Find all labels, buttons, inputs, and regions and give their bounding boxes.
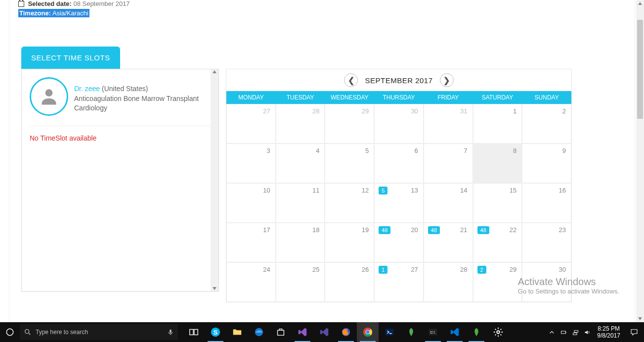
tray-overflow[interactable] [546, 322, 558, 342]
calendar-day[interactable]: 14 [424, 183, 473, 223]
calendar-day[interactable]: 15 [473, 183, 522, 223]
calendar-day[interactable]: 2248 [473, 223, 522, 262]
gear-icon [493, 327, 504, 338]
calendar-day[interactable]: 6 [374, 144, 424, 183]
edge-app[interactable] [248, 322, 270, 342]
calendar-day[interactable]: 9 [522, 144, 571, 183]
day-number: 18 [312, 226, 319, 234]
mic-button[interactable] [163, 324, 178, 340]
cmd-app[interactable]: C:\ [422, 322, 444, 342]
visual-studio-app[interactable] [292, 322, 313, 342]
doctor-location: (United States) [102, 85, 148, 93]
blend-app[interactable] [313, 322, 335, 342]
taskbar-search[interactable]: Type here to search [20, 324, 163, 340]
calendar-day[interactable]: 31 [424, 104, 473, 144]
slot-count-badge: 48 [428, 226, 440, 234]
taskbar-clock[interactable]: 8:25 PM 9/8/2017 [593, 325, 624, 340]
calendar-day[interactable]: 271 [374, 262, 424, 302]
calendar: ❮ SEPTEMBER 2017 ❯ MONDAYTUESDAYWEDNESDA… [226, 69, 572, 302]
calendar-day[interactable]: 8 [473, 144, 522, 183]
calendar-day[interactable]: 28 [424, 262, 473, 302]
day-number: 11 [312, 187, 319, 194]
action-center[interactable] [624, 328, 644, 337]
tray-power[interactable] [558, 322, 569, 342]
svg-line-3 [29, 333, 30, 335]
notification-icon [630, 328, 639, 337]
calendar-icon [18, 1, 24, 7]
day-number: 22 [510, 226, 516, 234]
svg-rect-6 [190, 330, 193, 335]
panel-scrollbar[interactable] [211, 69, 218, 291]
vscode-app[interactable] [444, 322, 466, 342]
weekday-header: TUESDAY [276, 91, 325, 104]
calendar-day[interactable]: 17 [226, 223, 276, 262]
weekday-header: SUNDAY [522, 91, 571, 104]
file-explorer-app[interactable] [226, 322, 248, 342]
no-timeslot-message: No TimeSlot available [22, 130, 218, 146]
mongo-app[interactable] [466, 322, 487, 342]
calendar-day[interactable]: 30 [374, 104, 424, 144]
leaf-icon [406, 327, 417, 338]
chrome-app[interactable] [357, 322, 379, 342]
day-number: 27 [411, 266, 418, 273]
calendar-day[interactable]: 12 [325, 183, 374, 223]
task-view-button[interactable] [183, 322, 205, 342]
doctor-avatar[interactable] [30, 77, 68, 116]
skype-app[interactable]: S [205, 322, 226, 342]
calendar-day[interactable]: 26 [325, 262, 374, 302]
calendar-day[interactable]: 24 [226, 262, 276, 302]
calendar-day[interactable]: 2048 [374, 223, 424, 262]
selected-date-value: 08 September 2017 [73, 0, 129, 7]
svg-point-2 [25, 330, 29, 334]
vscode-icon [449, 327, 460, 338]
snipping-tool-app[interactable] [400, 322, 422, 342]
day-number: 12 [362, 187, 369, 194]
select-time-slots-tab[interactable]: SELECT TIME SLOTS [21, 47, 120, 69]
settings-app[interactable] [487, 322, 509, 342]
start-button[interactable] [0, 322, 20, 342]
calendar-day[interactable]: 10 [226, 183, 276, 223]
calendar-day[interactable]: 1 [473, 104, 522, 144]
volume-icon [584, 329, 591, 336]
calendar-day[interactable]: 29 [325, 104, 374, 144]
slot-count-badge: 48 [379, 226, 390, 234]
day-number: 15 [510, 187, 516, 194]
calendar-day[interactable]: 7 [424, 144, 473, 183]
calendar-day[interactable]: 25 [276, 262, 325, 302]
calendar-day[interactable]: 11 [276, 183, 325, 223]
chevron-up-icon [548, 329, 556, 336]
powershell-app[interactable] [379, 322, 400, 342]
calendar-day[interactable]: 2 [522, 104, 571, 144]
windows-activation-watermark: Activate Windows Go to Settings to activ… [518, 276, 619, 295]
timezone-value: Asia/Karachi [52, 9, 88, 17]
powershell-icon [384, 327, 395, 338]
calendar-day[interactable]: 23 [522, 223, 571, 262]
doctor-name[interactable]: Dr. zeee [74, 85, 100, 93]
cortana-icon [5, 328, 14, 337]
calendar-day[interactable]: 5 [325, 144, 374, 183]
calendar-day[interactable]: 19 [325, 223, 374, 262]
calendar-day[interactable]: 28 [276, 104, 325, 144]
page-scrollbar[interactable] [636, 0, 644, 322]
firefox-app[interactable] [335, 322, 357, 342]
next-month-button[interactable]: ❯ [440, 73, 454, 87]
tray-volume[interactable] [581, 322, 593, 342]
calendar-day[interactable]: 2148 [424, 223, 473, 262]
weekday-header: THURSDAY [374, 91, 424, 104]
calendar-day[interactable]: 135 [374, 183, 424, 223]
calendar-day[interactable]: 27 [226, 104, 276, 144]
calendar-day[interactable]: 292 [473, 262, 522, 302]
day-number: 19 [362, 226, 369, 234]
edge-icon [254, 327, 264, 338]
prev-month-button[interactable]: ❮ [344, 73, 358, 87]
calendar-day[interactable]: 4 [276, 144, 325, 183]
calendar-day[interactable]: 3 [226, 144, 276, 183]
calendar-day[interactable]: 18 [276, 223, 325, 262]
day-number: 5 [365, 147, 369, 154]
store-app[interactable] [270, 322, 292, 342]
tray-network[interactable] [569, 322, 581, 342]
slot-count-badge: 2 [477, 266, 486, 274]
terminal-icon: C:\ [428, 327, 438, 338]
timezone: Timezone: Asia/Karachi [18, 9, 635, 17]
calendar-day[interactable]: 16 [522, 183, 571, 223]
